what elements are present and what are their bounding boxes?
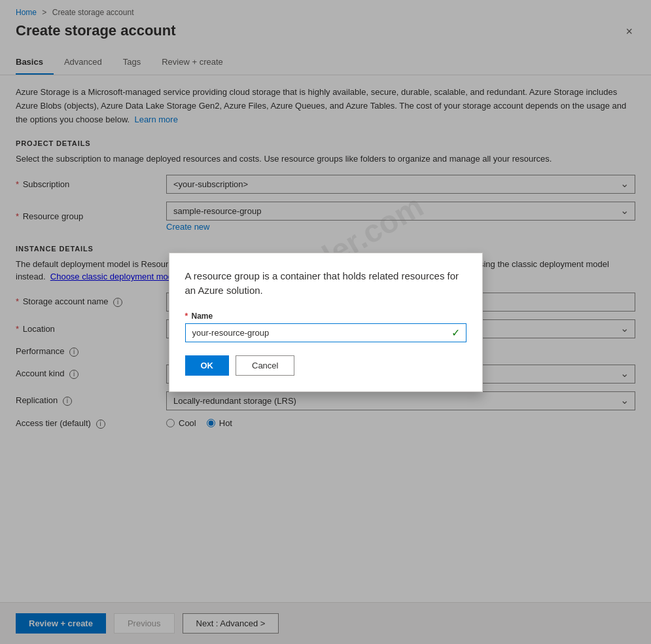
modal-buttons: OK Cancel [185,355,466,376]
modal-name-label: * Name [185,312,466,321]
modal-input-check-icon: ✓ [451,327,460,339]
modal-ok-button[interactable]: OK [185,355,230,376]
modal-input-wrapper: ✓ [185,323,466,342]
modal-overlay: A resource group is a container that hol… [0,0,651,644]
modal-required-star: * [185,312,188,321]
modal-cancel-button[interactable]: Cancel [236,355,294,376]
modal-box: A resource group is a container that hol… [169,253,483,392]
modal-title-text: A resource group is a container that hol… [185,269,466,298]
modal-name-input[interactable] [185,323,466,342]
page-container: Home > Create storage account Create sto… [0,0,651,644]
